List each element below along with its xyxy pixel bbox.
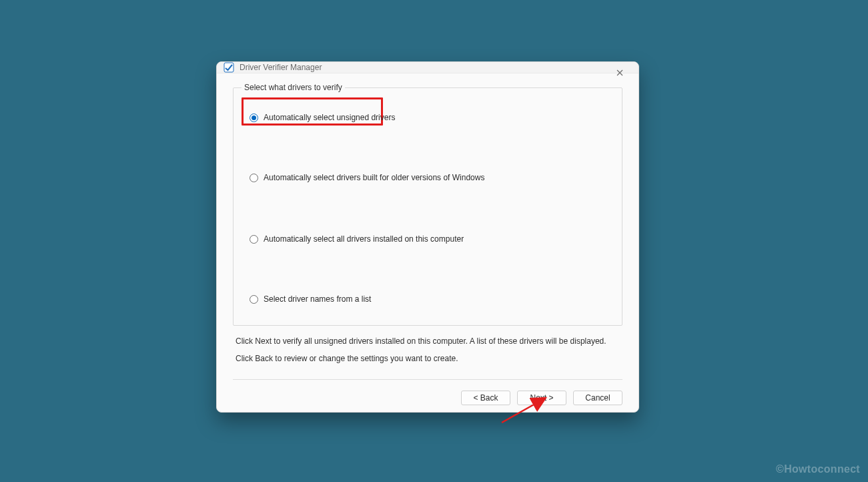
radio-from-list[interactable]: [250, 295, 258, 304]
radio-all-drivers-label[interactable]: Automatically select all drivers install…: [264, 234, 464, 244]
separator: [233, 379, 622, 380]
radio-older-windows-label[interactable]: Automatically select drivers built for o…: [264, 173, 484, 182]
radio-unsigned[interactable]: [250, 113, 258, 122]
watermark: ©Howtoconnect: [776, 463, 860, 475]
info-line-1: Click Next to verify all unsigned driver…: [233, 326, 622, 348]
app-icon: [224, 62, 234, 73]
close-icon: [616, 69, 623, 76]
radio-all-drivers[interactable]: [250, 235, 258, 244]
select-drivers-group: Select what drivers to verify Automatica…: [233, 83, 622, 326]
svg-rect-0: [224, 63, 234, 72]
option-unsigned[interactable]: Automatically select unsigned drivers: [250, 111, 395, 124]
option-older-windows[interactable]: Automatically select drivers built for o…: [250, 171, 484, 184]
radio-older-windows[interactable]: [250, 174, 258, 182]
back-button[interactable]: < Back: [461, 391, 510, 405]
button-row: < Back Next > Cancel: [217, 381, 638, 413]
dialog-window: Driver Verifier Manager Select what driv…: [216, 61, 639, 413]
next-button[interactable]: Next >: [517, 391, 566, 405]
group-legend: Select what drivers to verify: [242, 83, 345, 92]
option-from-list[interactable]: Select driver names from a list: [250, 292, 371, 306]
dialog-content: Select what drivers to verify Automatica…: [217, 73, 638, 381]
cancel-button[interactable]: Cancel: [573, 391, 622, 405]
option-all-drivers[interactable]: Automatically select all drivers install…: [250, 232, 464, 246]
titlebar: Driver Verifier Manager: [217, 62, 638, 73]
radio-from-list-label[interactable]: Select driver names from a list: [264, 294, 371, 304]
info-line-2: Click Back to review or change the setti…: [233, 348, 622, 366]
close-button[interactable]: [605, 62, 634, 83]
radio-unsigned-label[interactable]: Automatically select unsigned drivers: [264, 113, 395, 122]
window-title: Driver Verifier Manager: [240, 63, 322, 72]
